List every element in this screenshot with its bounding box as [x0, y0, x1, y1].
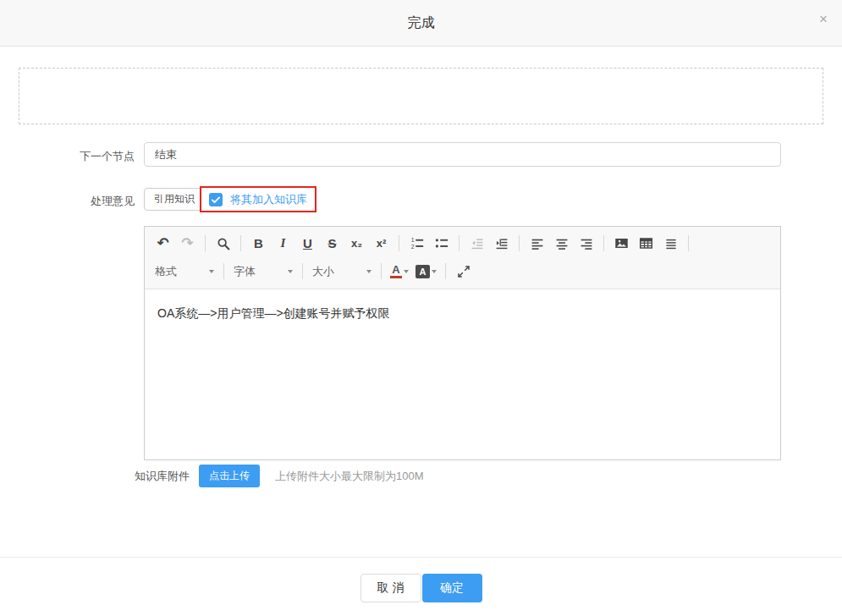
font-dropdown[interactable]: 字体	[229, 264, 297, 279]
size-dropdown-label: 大小	[312, 264, 334, 279]
toolbar-separator	[205, 235, 206, 251]
toolbar-separator	[381, 263, 382, 279]
bulleted-list-icon[interactable]	[431, 234, 452, 254]
kb-attachment-label: 知识库附件	[135, 469, 190, 484]
size-dropdown[interactable]: 大小	[308, 264, 376, 279]
format-dropdown-label: 格式	[155, 264, 177, 279]
redo-icon[interactable]: ↷	[177, 234, 198, 254]
toolbar-separator	[603, 235, 604, 251]
align-right-icon[interactable]	[575, 234, 597, 254]
strikethrough-button[interactable]: S	[322, 234, 343, 254]
text-color-button[interactable]: A	[390, 264, 409, 278]
editor-content[interactable]: OA系统—>用户管理—>创建账号并赋予权限	[145, 289, 780, 461]
toolbar-separator	[459, 235, 460, 251]
kb-attachment-row: 知识库附件 点击上传 上传附件大小最大限制为100M	[135, 465, 424, 487]
chevron-down-icon	[288, 270, 293, 276]
undo-icon[interactable]: ↶	[152, 234, 173, 254]
chevron-down-icon	[432, 270, 437, 276]
chevron-down-icon	[209, 270, 214, 276]
add-to-kb-label[interactable]: 将其加入知识库	[230, 192, 307, 207]
toolbar-separator	[302, 263, 303, 279]
format-dropdown[interactable]: 格式	[151, 264, 218, 279]
toolbar-separator	[223, 263, 224, 279]
toolbar-separator	[519, 235, 520, 251]
page-title: 完成	[408, 14, 435, 32]
maximize-icon[interactable]	[453, 261, 474, 282]
align-center-icon[interactable]	[551, 234, 572, 254]
svg-text:1: 1	[411, 237, 415, 243]
flow-node-placeholder	[19, 68, 823, 124]
upload-size-hint: 上传附件大小最大限制为100M	[275, 469, 424, 484]
next-node-input[interactable]	[144, 142, 781, 167]
superscript-button[interactable]: x²	[371, 234, 392, 254]
cancel-button[interactable]: 取 消	[360, 574, 421, 602]
check-icon	[211, 195, 221, 205]
opinion-label: 处理意见	[0, 194, 135, 209]
horizontal-rule-icon[interactable]	[660, 234, 681, 254]
background-color-button[interactable]: A	[415, 265, 437, 278]
numbered-list-icon[interactable]: 12	[406, 234, 427, 254]
background-color-icon: A	[415, 265, 430, 278]
image-icon[interactable]	[611, 234, 632, 254]
upload-button[interactable]: 点击上传	[199, 465, 260, 487]
add-to-kb-checkbox[interactable]	[209, 193, 223, 206]
bold-button[interactable]: B	[248, 234, 269, 254]
rich-text-editor: ↶ ↷ B I U S x₂ x² 12	[144, 226, 781, 460]
indent-icon[interactable]	[491, 234, 512, 254]
toolbar-separator	[445, 263, 446, 279]
close-icon[interactable]: ×	[819, 12, 828, 26]
editor-toolbar: ↶ ↷ B I U S x₂ x² 12	[145, 227, 780, 289]
chevron-down-icon	[404, 270, 409, 276]
toolbar-separator	[240, 235, 241, 251]
svg-text:2: 2	[411, 244, 415, 250]
text-color-icon: A	[390, 264, 402, 278]
toolbar-row-1: ↶ ↷ B I U S x₂ x² 12	[151, 229, 774, 257]
subscript-button[interactable]: x₂	[346, 234, 367, 254]
toolbar-separator	[399, 235, 399, 251]
toolbar-row-2: 格式 字体 大小 A	[151, 257, 774, 285]
add-to-kb-highlight: 将其加入知识库	[200, 186, 316, 212]
chevron-down-icon	[366, 270, 371, 276]
dialog-header: 完成 ×	[0, 0, 842, 47]
table-icon[interactable]	[636, 234, 657, 254]
dialog-footer: 取 消 确定	[0, 557, 842, 616]
font-dropdown-label: 字体	[234, 264, 256, 279]
align-left-icon[interactable]	[526, 234, 548, 254]
complete-dialog: 完成 × 下一个节点 处理意见 引用知识 将其加入知识库 ↶ ↷ B I U	[0, 0, 842, 616]
underline-button[interactable]: U	[297, 234, 318, 254]
toolbar-separator	[688, 235, 689, 251]
search-icon[interactable]	[212, 234, 234, 254]
outdent-icon[interactable]	[466, 234, 487, 254]
quote-knowledge-button[interactable]: 引用知识	[144, 188, 205, 211]
next-node-label: 下一个节点	[0, 149, 135, 164]
confirm-button[interactable]: 确定	[422, 574, 482, 602]
italic-button[interactable]: I	[272, 234, 294, 254]
